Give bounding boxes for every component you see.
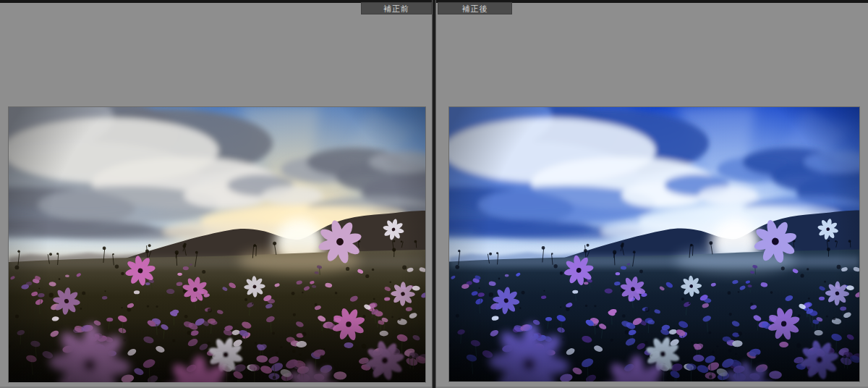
- before-label-tab: 補正前: [361, 2, 432, 14]
- pane-divider: [432, 0, 436, 388]
- after-photo-canvas: [449, 107, 859, 381]
- before-photo-canvas: [9, 107, 425, 382]
- after-photo[interactable]: [449, 107, 859, 381]
- before-photo[interactable]: [9, 107, 425, 382]
- after-label-tab: 補正後: [438, 2, 512, 14]
